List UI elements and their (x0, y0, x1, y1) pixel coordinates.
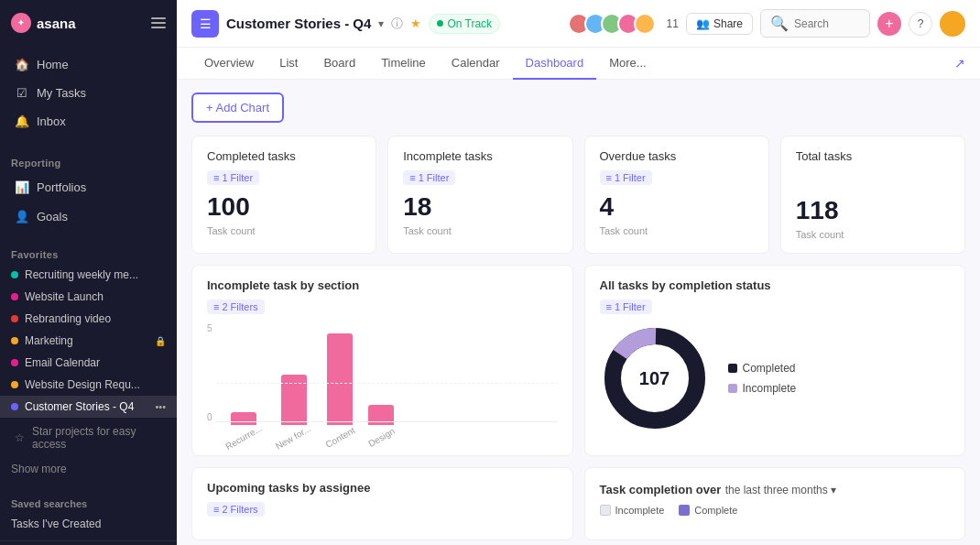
goals-icon: 👤 (15, 209, 29, 223)
filter-icon: ≡ (213, 172, 219, 183)
bar-label-newfor: New for... (275, 423, 313, 452)
info-icon[interactable]: ⓘ (391, 16, 403, 32)
sidebar-star-projects[interactable]: ☆ Star projects for easy access (4, 419, 173, 457)
sidebar-item-home-label: Home (37, 58, 69, 71)
topbar-right: 11 👥 Share 🔍 + ? (568, 9, 965, 38)
fav-item-website-launch[interactable]: Website Launch (0, 286, 177, 308)
grid-mid (216, 383, 558, 384)
fav-item-customer-stories[interactable]: Customer Stories - Q4 ••• (0, 396, 177, 418)
chevron-down-icon[interactable]: ▾ (378, 17, 384, 30)
tab-board[interactable]: Board (310, 48, 368, 80)
stat-card-overdue: Overdue tasks ≡ 1 Filter 4 Task count (584, 136, 769, 254)
sidebar-item-my-tasks[interactable]: ☑ My Tasks (4, 79, 173, 106)
completion-card: Task completion over the last three mont… (584, 467, 966, 540)
saved-searches-title: Saved searches (0, 491, 177, 513)
on-track-dot (437, 20, 443, 27)
sidebar-item-my-tasks-label: My Tasks (37, 86, 86, 100)
legend-dot-completed (728, 364, 737, 373)
stat-card-incomplete: Incomplete tasks ≡ 1 Filter 18 Task coun… (387, 136, 572, 254)
member-count: 11 (667, 17, 679, 30)
stat-incomplete-filter[interactable]: ≡ 1 Filter (403, 170, 455, 185)
sidebar-item-inbox[interactable]: 🔔 Inbox (4, 107, 173, 135)
fav-item-website-design[interactable]: Website Design Requ... (0, 374, 177, 396)
sidebar-bottom: + Invite teammates (0, 535, 177, 545)
sidebar-item-portfolios[interactable]: 📊 Portfolios (4, 173, 173, 201)
stat-completed-unit: Task count (207, 225, 361, 236)
tab-list[interactable]: List (267, 48, 310, 80)
fav-label-email-calendar: Email Calendar (25, 356, 166, 369)
add-button[interactable]: + (877, 12, 901, 36)
fav-item-email-calendar[interactable]: Email Calendar (0, 352, 177, 374)
bar-chart-yaxis: 5 0 (207, 323, 212, 442)
tab-dashboard[interactable]: Dashboard (513, 48, 597, 80)
legend-label-incomplete: Incomplete (743, 382, 797, 395)
donut-chart-svg: 107 (600, 323, 710, 433)
sidebar-item-goals[interactable]: 👤 Goals (4, 202, 173, 230)
donut-chart-card: All tasks by completion status ≡ 1 Filte… (584, 265, 966, 456)
completion-header: Task completion over the last three mont… (600, 481, 951, 497)
legend-sq-complete (679, 505, 690, 516)
show-more-button[interactable]: Show more (0, 458, 177, 480)
fav-item-marketing[interactable]: Marketing 🔒 (0, 330, 177, 352)
grid-bottom (216, 323, 558, 422)
stats-row: Completed tasks ≡ 1 Filter 100 Task coun… (191, 136, 965, 254)
tab-timeline[interactable]: Timeline (368, 48, 439, 80)
stat-total-unit: Task count (796, 229, 950, 240)
donut-area: 107 Completed Incomplete (600, 323, 951, 433)
stat-completed-filter[interactable]: ≡ 1 Filter (207, 170, 259, 185)
add-chart-button[interactable]: + Add Chart (191, 93, 284, 123)
more-options-icon[interactable]: ••• (155, 401, 166, 412)
project-title: Customer Stories - Q4 (226, 16, 371, 31)
filter-icon-donut: ≡ (606, 301, 612, 312)
completion-legend: Incomplete Complete (600, 505, 951, 516)
completion-title: Task completion over (600, 483, 722, 496)
filter-icon-3: ≡ (606, 172, 612, 183)
sidebar-item-portfolios-label: Portfolios (37, 180, 86, 194)
fav-label-marketing: Marketing (25, 334, 148, 347)
y-label-0: 0 (207, 412, 212, 422)
legend-incomplete: Incomplete (728, 382, 797, 395)
fav-label-rebranding: Rebranding video (25, 312, 166, 325)
help-button[interactable]: ? (909, 12, 932, 36)
stat-card-total: Total tasks 118 Task count (780, 136, 965, 254)
fav-item-recruiting[interactable]: Recruiting weekly me... (0, 264, 177, 286)
upcoming-filter[interactable]: ≡ 2 Filters (207, 502, 265, 517)
bar-chart-card: Incomplete task by section ≡ 2 Filters 5… (191, 265, 573, 456)
stat-overdue-filter[interactable]: ≡ 1 Filter (600, 170, 652, 185)
star-filled-icon[interactable]: ★ (410, 16, 421, 30)
sidebar-item-home[interactable]: 🏠 Home (4, 50, 173, 78)
bar-chart-title: Incomplete task by section (207, 278, 558, 292)
sidebar-nav: 🏠 Home ☑ My Tasks 🔔 Inbox (0, 46, 177, 139)
fav-item-rebranding[interactable]: Rebranding video (0, 308, 177, 330)
sidebar-item-inbox-label: Inbox (37, 114, 66, 128)
on-track-badge: On Track (429, 14, 500, 34)
tab-overview[interactable]: Overview (191, 48, 267, 80)
sidebar: ✦ asana 🏠 Home ☑ My Tasks 🔔 Inbox Report… (0, 0, 177, 545)
tasks-created-item[interactable]: Tasks I've Created (0, 513, 177, 535)
stat-total-value: 118 (796, 196, 950, 225)
donut-chart-filter[interactable]: ≡ 1 Filter (600, 300, 652, 314)
legend-completed: Completed (728, 362, 797, 375)
bell-icon: 🔔 (15, 114, 29, 128)
fav-dot-customer-stories (11, 403, 18, 410)
customize-icon[interactable]: ↗ (954, 48, 965, 79)
hamburger-button[interactable] (151, 17, 166, 28)
fav-dot-marketing (11, 337, 18, 344)
topbar: ☰ Customer Stories - Q4 ▾ ⓘ ★ On Track 1… (177, 0, 980, 48)
completion-period-label: the last three months (725, 484, 828, 496)
tab-more[interactable]: More... (596, 48, 659, 80)
complete-legend-label: Complete (694, 505, 737, 516)
completion-period[interactable]: the last three months ▾ (725, 484, 836, 496)
stat-overdue-title: Overdue tasks (600, 149, 754, 163)
donut-legend: Completed Incomplete (728, 362, 797, 395)
user-avatar[interactable] (940, 11, 965, 37)
y-label-5: 5 (207, 323, 212, 333)
stat-incomplete-value: 18 (403, 192, 557, 222)
share-button[interactable]: 👥 Share (686, 13, 753, 35)
chevron-period-icon: ▾ (831, 484, 836, 496)
dashboard-content: + Add Chart Completed tasks ≡ 1 Filter 1… (177, 80, 980, 545)
search-input[interactable] (794, 17, 858, 30)
tab-calendar[interactable]: Calendar (439, 48, 513, 80)
bar-chart-filter[interactable]: ≡ 2 Filters (207, 300, 265, 314)
stat-incomplete-unit: Task count (403, 225, 557, 236)
